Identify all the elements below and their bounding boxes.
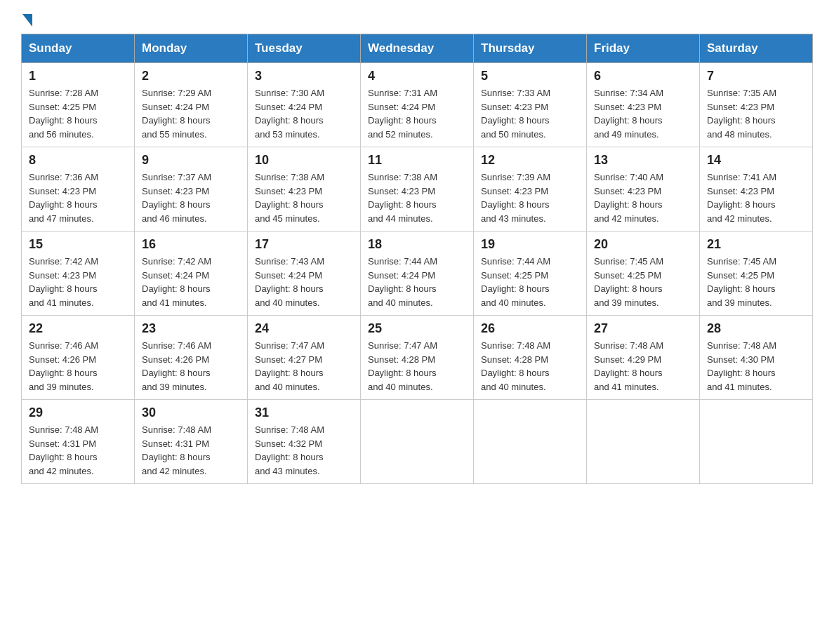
- day-header-tuesday: Tuesday: [248, 34, 361, 63]
- day-header-friday: Friday: [587, 34, 700, 63]
- day-info: Sunrise: 7:28 AMSunset: 4:25 PMDaylight:…: [29, 86, 127, 141]
- day-info: Sunrise: 7:39 AMSunset: 4:23 PMDaylight:…: [481, 170, 579, 225]
- calendar-cell: 13Sunrise: 7:40 AMSunset: 4:23 PMDayligh…: [587, 147, 700, 232]
- day-number: 15: [29, 237, 127, 252]
- day-info: Sunrise: 7:38 AMSunset: 4:23 PMDaylight:…: [368, 170, 466, 225]
- calendar-cell: 2Sunrise: 7:29 AMSunset: 4:24 PMDaylight…: [135, 63, 248, 147]
- day-number: 20: [594, 237, 692, 252]
- calendar-cell: 10Sunrise: 7:38 AMSunset: 4:23 PMDayligh…: [248, 147, 361, 232]
- day-info: Sunrise: 7:44 AMSunset: 4:25 PMDaylight:…: [481, 255, 579, 309]
- calendar-cell: 28Sunrise: 7:48 AMSunset: 4:30 PMDayligh…: [700, 316, 813, 400]
- day-number: 17: [255, 237, 353, 252]
- calendar-cell: [587, 400, 700, 484]
- week-row-1: 1Sunrise: 7:28 AMSunset: 4:25 PMDaylight…: [22, 63, 813, 147]
- day-number: 9: [142, 153, 240, 168]
- calendar-cell: [700, 400, 813, 484]
- calendar-cell: 30Sunrise: 7:48 AMSunset: 4:31 PMDayligh…: [135, 400, 248, 484]
- calendar-cell: 27Sunrise: 7:48 AMSunset: 4:29 PMDayligh…: [587, 316, 700, 400]
- calendar-cell: 26Sunrise: 7:48 AMSunset: 4:28 PMDayligh…: [474, 316, 587, 400]
- day-info: Sunrise: 7:45 AMSunset: 4:25 PMDaylight:…: [707, 255, 805, 309]
- day-info: Sunrise: 7:41 AMSunset: 4:23 PMDaylight:…: [707, 170, 805, 225]
- day-number: 1: [29, 69, 127, 83]
- day-number: 19: [481, 237, 579, 252]
- calendar-cell: 11Sunrise: 7:38 AMSunset: 4:23 PMDayligh…: [361, 147, 474, 232]
- day-info: Sunrise: 7:31 AMSunset: 4:24 PMDaylight:…: [368, 86, 466, 141]
- day-info: Sunrise: 7:35 AMSunset: 4:23 PMDaylight:…: [707, 86, 805, 141]
- day-number: 22: [29, 321, 127, 336]
- day-info: Sunrise: 7:47 AMSunset: 4:27 PMDaylight:…: [255, 339, 353, 394]
- day-info: Sunrise: 7:48 AMSunset: 4:31 PMDaylight:…: [29, 423, 127, 478]
- calendar-cell: 14Sunrise: 7:41 AMSunset: 4:23 PMDayligh…: [700, 147, 813, 232]
- day-number: 27: [594, 321, 692, 336]
- calendar-cell: 31Sunrise: 7:48 AMSunset: 4:32 PMDayligh…: [248, 400, 361, 484]
- calendar-cell: 24Sunrise: 7:47 AMSunset: 4:27 PMDayligh…: [248, 316, 361, 400]
- calendar-cell: 12Sunrise: 7:39 AMSunset: 4:23 PMDayligh…: [474, 147, 587, 232]
- day-number: 7: [707, 69, 805, 83]
- calendar-cell: 6Sunrise: 7:34 AMSunset: 4:23 PMDaylight…: [587, 63, 700, 147]
- day-number: 29: [29, 405, 127, 420]
- day-info: Sunrise: 7:33 AMSunset: 4:23 PMDaylight:…: [481, 86, 579, 141]
- calendar-cell: 15Sunrise: 7:42 AMSunset: 4:23 PMDayligh…: [22, 232, 135, 316]
- week-row-4: 22Sunrise: 7:46 AMSunset: 4:26 PMDayligh…: [22, 316, 813, 400]
- day-info: Sunrise: 7:29 AMSunset: 4:24 PMDaylight:…: [142, 86, 240, 141]
- day-number: 14: [707, 153, 805, 168]
- day-number: 6: [594, 69, 692, 83]
- day-header-thursday: Thursday: [474, 34, 587, 63]
- calendar-cell: 17Sunrise: 7:43 AMSunset: 4:24 PMDayligh…: [248, 232, 361, 316]
- day-info: Sunrise: 7:46 AMSunset: 4:26 PMDaylight:…: [142, 339, 240, 394]
- calendar-cell: 8Sunrise: 7:36 AMSunset: 4:23 PMDaylight…: [22, 147, 135, 232]
- day-number: 4: [368, 69, 466, 83]
- day-info: Sunrise: 7:48 AMSunset: 4:29 PMDaylight:…: [594, 339, 692, 394]
- day-number: 11: [368, 153, 466, 168]
- day-info: Sunrise: 7:30 AMSunset: 4:24 PMDaylight:…: [255, 86, 353, 141]
- calendar-table: SundayMondayTuesdayWednesdayThursdayFrid…: [21, 34, 813, 484]
- calendar-cell: 20Sunrise: 7:45 AMSunset: 4:25 PMDayligh…: [587, 232, 700, 316]
- calendar-cell: 19Sunrise: 7:44 AMSunset: 4:25 PMDayligh…: [474, 232, 587, 316]
- calendar-header-row: SundayMondayTuesdayWednesdayThursdayFrid…: [22, 34, 813, 63]
- day-header-monday: Monday: [135, 34, 248, 63]
- day-number: 24: [255, 321, 353, 336]
- day-number: 21: [707, 237, 805, 252]
- calendar-cell: 4Sunrise: 7:31 AMSunset: 4:24 PMDaylight…: [361, 63, 474, 147]
- day-info: Sunrise: 7:40 AMSunset: 4:23 PMDaylight:…: [594, 170, 692, 225]
- day-header-saturday: Saturday: [700, 34, 813, 63]
- day-number: 23: [142, 321, 240, 336]
- day-info: Sunrise: 7:42 AMSunset: 4:24 PMDaylight:…: [142, 255, 240, 309]
- logo-arrow-icon: [22, 14, 32, 27]
- day-number: 18: [368, 237, 466, 252]
- day-number: 8: [29, 153, 127, 168]
- calendar-cell: 7Sunrise: 7:35 AMSunset: 4:23 PMDaylight…: [700, 63, 813, 147]
- day-number: 10: [255, 153, 353, 168]
- day-number: 31: [255, 405, 353, 420]
- week-row-2: 8Sunrise: 7:36 AMSunset: 4:23 PMDaylight…: [22, 147, 813, 232]
- calendar-cell: 3Sunrise: 7:30 AMSunset: 4:24 PMDaylight…: [248, 63, 361, 147]
- week-row-3: 15Sunrise: 7:42 AMSunset: 4:23 PMDayligh…: [22, 232, 813, 316]
- calendar-cell: 1Sunrise: 7:28 AMSunset: 4:25 PMDaylight…: [22, 63, 135, 147]
- calendar-cell: [361, 400, 474, 484]
- day-header-sunday: Sunday: [22, 34, 135, 63]
- calendar-cell: 23Sunrise: 7:46 AMSunset: 4:26 PMDayligh…: [135, 316, 248, 400]
- day-info: Sunrise: 7:43 AMSunset: 4:24 PMDaylight:…: [255, 255, 353, 309]
- day-info: Sunrise: 7:46 AMSunset: 4:26 PMDaylight:…: [29, 339, 127, 394]
- day-info: Sunrise: 7:36 AMSunset: 4:23 PMDaylight:…: [29, 170, 127, 225]
- calendar-cell: 25Sunrise: 7:47 AMSunset: 4:28 PMDayligh…: [361, 316, 474, 400]
- calendar-cell: 29Sunrise: 7:48 AMSunset: 4:31 PMDayligh…: [22, 400, 135, 484]
- day-number: 26: [481, 321, 579, 336]
- day-info: Sunrise: 7:45 AMSunset: 4:25 PMDaylight:…: [594, 255, 692, 309]
- calendar-cell: 21Sunrise: 7:45 AMSunset: 4:25 PMDayligh…: [700, 232, 813, 316]
- calendar-cell: [474, 400, 587, 484]
- day-number: 16: [142, 237, 240, 252]
- day-info: Sunrise: 7:42 AMSunset: 4:23 PMDaylight:…: [29, 255, 127, 309]
- day-info: Sunrise: 7:47 AMSunset: 4:28 PMDaylight:…: [368, 339, 466, 394]
- day-number: 3: [255, 69, 353, 83]
- day-number: 28: [707, 321, 805, 336]
- calendar-cell: 18Sunrise: 7:44 AMSunset: 4:24 PMDayligh…: [361, 232, 474, 316]
- calendar-cell: 22Sunrise: 7:46 AMSunset: 4:26 PMDayligh…: [22, 316, 135, 400]
- calendar-cell: 16Sunrise: 7:42 AMSunset: 4:24 PMDayligh…: [135, 232, 248, 316]
- day-number: 13: [594, 153, 692, 168]
- day-info: Sunrise: 7:34 AMSunset: 4:23 PMDaylight:…: [594, 86, 692, 141]
- day-number: 5: [481, 69, 579, 83]
- day-info: Sunrise: 7:37 AMSunset: 4:23 PMDaylight:…: [142, 170, 240, 225]
- day-header-wednesday: Wednesday: [361, 34, 474, 63]
- day-info: Sunrise: 7:48 AMSunset: 4:32 PMDaylight:…: [255, 423, 353, 478]
